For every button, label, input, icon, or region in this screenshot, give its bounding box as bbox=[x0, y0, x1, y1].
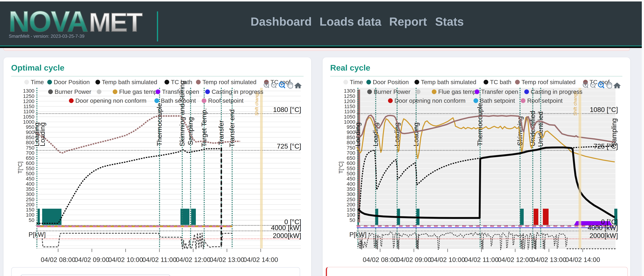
svg-text:04/02 08:00: 04/02 08:00 bbox=[41, 256, 76, 264]
svg-text:04/02 10:00: 04/02 10:00 bbox=[430, 256, 465, 264]
svg-text:Bath setpoint: Bath setpoint bbox=[480, 97, 515, 104]
svg-text:TC bath: TC bath bbox=[171, 79, 192, 86]
svg-text:Door opening non conform: Door opening non conform bbox=[394, 97, 466, 104]
svg-text:1150: 1150 bbox=[344, 104, 355, 109]
svg-text:400: 400 bbox=[26, 181, 34, 187]
svg-text:500: 500 bbox=[347, 171, 355, 176]
svg-text:300: 300 bbox=[26, 191, 34, 197]
svg-text:Flue gas temp: Flue gas temp bbox=[119, 88, 157, 95]
svg-text:04/02 11:00: 04/02 11:00 bbox=[464, 256, 498, 264]
svg-text:Loading: Loading bbox=[372, 122, 379, 146]
svg-text:Transfer: Transfer bbox=[217, 120, 225, 145]
svg-text:Transfer open: Transfer open bbox=[481, 88, 518, 95]
svg-text:MET: MET bbox=[89, 7, 142, 37]
svg-text:550: 550 bbox=[26, 166, 34, 171]
svg-text:04/02 08:00: 04/02 08:00 bbox=[363, 256, 398, 264]
svg-text:100: 100 bbox=[26, 212, 34, 218]
svg-text:200: 200 bbox=[347, 202, 355, 207]
svg-text:1200: 1200 bbox=[344, 98, 355, 104]
svg-text:04/02 10:00: 04/02 10:00 bbox=[108, 256, 143, 264]
svg-text:50: 50 bbox=[350, 217, 355, 223]
svg-text:Bath setpoint: Bath setpoint bbox=[161, 97, 196, 104]
svg-text:Burner Power: Burner Power bbox=[54, 88, 91, 95]
svg-text:04/02 13:00: 04/02 13:00 bbox=[532, 256, 566, 264]
svg-text:SmartMelt - version: 2023-03-2: SmartMelt - version: 2023-03-25-7-39 bbox=[9, 34, 84, 39]
svg-text:T[°C]: T[°C] bbox=[338, 162, 344, 174]
svg-text:1100: 1100 bbox=[344, 108, 355, 114]
svg-text:Casting in progress: Casting in progress bbox=[212, 88, 263, 95]
svg-text:Thermocouple: Thermocouple bbox=[476, 103, 484, 146]
svg-text:04/02 11:00: 04/02 11:00 bbox=[142, 256, 176, 264]
svg-text:450: 450 bbox=[26, 176, 34, 182]
svg-text:Thermocouple: Thermocouple bbox=[156, 103, 163, 146]
svg-text:04/02 12:00: 04/02 12:00 bbox=[176, 256, 210, 264]
svg-text:Temp bath simulated: Temp bath simulated bbox=[102, 79, 157, 86]
svg-text:100: 100 bbox=[347, 212, 355, 218]
svg-text:Door Position: Door Position bbox=[373, 79, 409, 86]
svg-text:Casting in progress: Casting in progress bbox=[531, 88, 582, 95]
svg-text:04/02 14:00: 04/02 14:00 bbox=[243, 256, 278, 264]
svg-text:700: 700 bbox=[347, 150, 355, 156]
svg-text:1150: 1150 bbox=[24, 104, 34, 109]
svg-text:Door Position: Door Position bbox=[54, 79, 90, 86]
svg-text:Flue gas temp: Flue gas temp bbox=[438, 88, 476, 95]
svg-text:Optimal cycle: Optimal cycle bbox=[11, 63, 64, 72]
svg-text:600: 600 bbox=[347, 160, 355, 166]
svg-text:Burner Power: Burner Power bbox=[374, 88, 410, 95]
svg-text:550: 550 bbox=[347, 166, 355, 171]
svg-text:2000[kW]: 2000[kW] bbox=[590, 232, 618, 240]
svg-text:Roof setpoint: Roof setpoint bbox=[527, 97, 562, 104]
svg-text:350: 350 bbox=[347, 186, 355, 192]
svg-text:04/02 09:00: 04/02 09:00 bbox=[396, 256, 431, 264]
svg-text:1000: 1000 bbox=[344, 119, 355, 125]
svg-text:50: 50 bbox=[29, 217, 34, 223]
svg-text:04/02 13:00: 04/02 13:00 bbox=[210, 256, 244, 264]
svg-text:04/02 09:00: 04/02 09:00 bbox=[74, 256, 109, 264]
svg-text:1050: 1050 bbox=[23, 114, 34, 120]
svg-text:725 [°C]: 725 [°C] bbox=[277, 142, 301, 150]
svg-text:Temp bath simulated: Temp bath simulated bbox=[421, 79, 476, 86]
svg-text:TC bath: TC bath bbox=[490, 79, 512, 86]
svg-text:600: 600 bbox=[26, 160, 34, 166]
svg-text:700: 700 bbox=[26, 150, 34, 156]
svg-text:1080 [°C]: 1080 [°C] bbox=[273, 106, 301, 114]
svg-text:1050: 1050 bbox=[344, 114, 355, 120]
svg-text:Real cycle: Real cycle bbox=[330, 63, 370, 72]
svg-text:Door opening non conform: Door opening non conform bbox=[76, 97, 146, 104]
svg-text:250: 250 bbox=[347, 196, 355, 202]
svg-text:650: 650 bbox=[347, 155, 355, 161]
svg-text:150: 150 bbox=[347, 207, 355, 212]
svg-text:300: 300 bbox=[347, 191, 355, 197]
svg-text:Transfer open: Transfer open bbox=[162, 88, 199, 95]
svg-text:Temp roof simulated: Temp roof simulated bbox=[202, 79, 256, 86]
svg-text:350: 350 bbox=[26, 186, 34, 192]
svg-text:1000: 1000 bbox=[23, 119, 34, 125]
svg-text:2000[kW]: 2000[kW] bbox=[273, 232, 301, 240]
svg-text:500: 500 bbox=[26, 171, 34, 176]
svg-text:P[kW]: P[kW] bbox=[349, 231, 366, 238]
svg-text:1200: 1200 bbox=[23, 98, 34, 104]
svg-text:Time: Time bbox=[350, 79, 363, 86]
svg-text:P[kW]: P[kW] bbox=[28, 231, 46, 238]
svg-text:Temp roof simulated: Temp roof simulated bbox=[522, 79, 576, 86]
svg-text:1080 [°C]: 1080 [°C] bbox=[590, 106, 618, 114]
svg-text:4000 [kW]: 4000 [kW] bbox=[271, 224, 301, 232]
svg-text:Sampling: Sampling bbox=[186, 117, 194, 145]
svg-text:4000 [kW]: 4000 [kW] bbox=[588, 224, 618, 232]
svg-text:1300: 1300 bbox=[344, 88, 355, 94]
svg-text:650: 650 bbox=[26, 155, 34, 161]
svg-text:Roof setpoint: Roof setpoint bbox=[208, 97, 244, 104]
svg-text:04/02 12:00: 04/02 12:00 bbox=[498, 256, 532, 264]
svg-text:200: 200 bbox=[26, 202, 34, 207]
svg-text:400: 400 bbox=[347, 181, 355, 187]
svg-text:150: 150 bbox=[26, 207, 34, 212]
svg-text:T[°C]: T[°C] bbox=[17, 162, 23, 174]
svg-text:NOVA: NOVA bbox=[8, 5, 88, 38]
svg-text:Loading: Loading bbox=[354, 122, 362, 146]
svg-text:450: 450 bbox=[347, 176, 355, 182]
svg-text:Time: Time bbox=[31, 79, 44, 86]
svg-text:725 [°C]: 725 [°C] bbox=[594, 142, 618, 150]
svg-text:1100: 1100 bbox=[24, 108, 34, 114]
svg-text:1300: 1300 bbox=[23, 88, 34, 94]
svg-text:250: 250 bbox=[26, 196, 34, 202]
